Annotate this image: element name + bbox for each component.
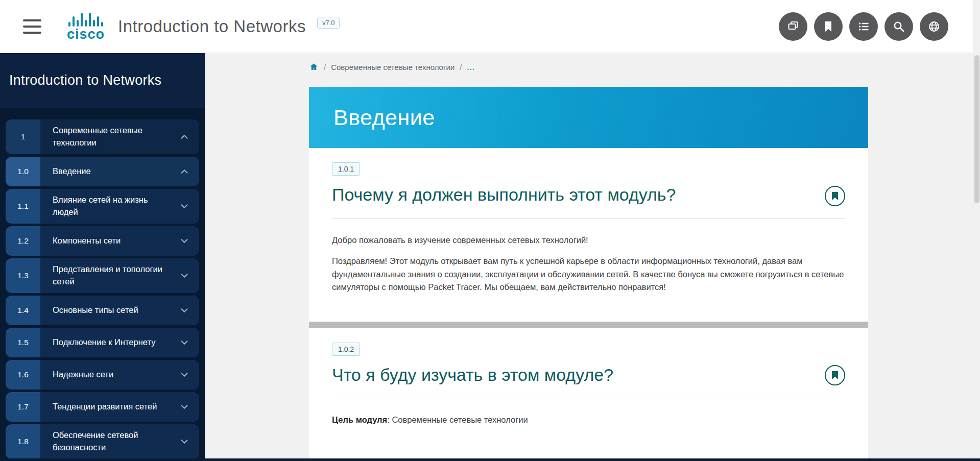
language-button[interactable] [920,12,948,41]
cisco-logo-text: cisco [67,28,105,41]
sidebar-item-1-6[interactable]: 1.6 Надежные сети [6,360,199,390]
section-bookmark-button[interactable] [825,186,845,206]
section-number: 1.4 [6,296,40,325]
section-number: 1 [6,119,40,154]
course-sidebar: Introduction to Networks 1 Современные с… [0,53,205,461]
sidebar-item-1-2[interactable]: 1.2 Компоненты сети [6,226,199,256]
sidebar-item-1-4[interactable]: 1.4 Основные типы сетей [6,296,199,325]
breadcrumb: / Современные сетевые технологии / ... [309,62,475,71]
section-badge: 1.0.1 [332,162,360,176]
section-number: 1.0 [6,157,40,186]
section-number: 1.5 [6,328,40,357]
cisco-logo: cisco [67,11,105,41]
chevron-down-icon [179,369,190,380]
sidebar-item-1-5[interactable]: 1.5 Подключение к Интернету [6,328,199,357]
search-icon [892,19,906,34]
page-scrollbar[interactable] [973,0,980,461]
section-paragraph: Добро пожаловать в изучение современных … [332,234,845,247]
chevron-down-icon [179,401,190,413]
module-banner: Введение [309,87,868,148]
scrollbar-thumb[interactable] [974,55,979,203]
pages-icon [786,19,800,34]
section-number: 1.7 [6,392,40,422]
bottom-edge-strip [0,458,980,461]
cisco-logo-bars-icon [68,11,103,27]
section-number: 1.2 [6,226,40,256]
search-button[interactable] [885,12,913,41]
chevron-up-icon [179,166,190,177]
section-bookmark-button[interactable] [825,365,845,385]
module-goal-text: : Современные сетевые технологии [387,415,528,424]
bookmarks-button[interactable] [814,12,843,41]
lesson-card: Введение 1.0.1 Почему я должен выполнить… [309,87,868,461]
breadcrumb-separator: / [460,63,462,71]
chevron-up-icon [179,131,190,142]
sidebar-item-1-1[interactable]: 1.1 Влияние сетей на жизнь людей [6,189,199,224]
sidebar-item-1-7[interactable]: 1.7 Тенденции развития сетей [6,392,199,422]
sidebar-course-title: Introduction to Networks [9,72,161,88]
breadcrumb-ellipsis-link[interactable]: ... [467,63,475,71]
section-number: 1.3 [6,258,40,293]
sidebar-item-1-0[interactable]: 1.0 Введение [6,157,199,186]
bookmark-icon [821,19,835,34]
section-separator-bar [309,322,868,328]
content-area: / Современные сетевые технологии / ... В… [205,53,980,461]
banner-title: Введение [333,105,435,130]
section-1-0-2: 1.0.2 Что я буду изучать в этом модуле? … [309,328,868,427]
breadcrumb-module-link[interactable]: Современные сетевые технологии [331,63,455,71]
globe-icon [927,19,941,34]
sidebar-item-1-8[interactable]: 1.8 Обеспечение сетевой безопасности [6,424,199,459]
chevron-down-icon [179,270,190,281]
section-title: Почему я должен выполнить этот модуль? [332,184,845,206]
version-badge: v7.0 [317,17,340,29]
pages-button[interactable] [779,12,807,41]
section-number: 1.8 [6,424,40,459]
list-icon [856,19,871,34]
sidebar-header: Introduction to Networks [0,53,205,108]
section-number: 1.6 [6,360,40,390]
module-goal-label: Цель модуля [332,415,387,424]
chevron-down-icon [179,337,190,348]
chevron-down-icon [179,305,190,316]
section-badge: 1.0.2 [332,343,360,356]
sidebar-item-1[interactable]: 1 Современные сетевые технологии [6,119,199,154]
course-title: Introduction to Networks [118,17,306,36]
chevron-down-icon [179,201,190,212]
menu-icon[interactable] [23,19,41,34]
header-actions [779,12,948,41]
chevron-down-icon [179,436,190,447]
module-goal: Цель модуля: Современные сетевые техноло… [332,414,845,427]
section-paragraph: Поздравляем! Этот модуль открывает вам п… [332,255,845,294]
app-header: cisco Introduction to Networks v7.0 [0,0,980,53]
bookmark-outline-icon [831,191,839,201]
section-title: Что я буду изучать в этом модуле? [332,364,845,386]
home-icon[interactable] [309,62,319,71]
bookmark-outline-icon [831,371,839,380]
index-button[interactable] [849,12,878,41]
sidebar-item-1-3[interactable]: 1.3 Представления и топологии сетей [6,258,199,293]
section-1-0-1: 1.0.1 Почему я должен выполнить этот мод… [309,148,868,294]
section-number: 1.1 [6,189,40,224]
breadcrumb-separator: / [324,63,326,71]
chevron-down-icon [179,235,190,247]
module-nav: 1 Современные сетевые технологии 1.0 Вве… [0,108,205,459]
